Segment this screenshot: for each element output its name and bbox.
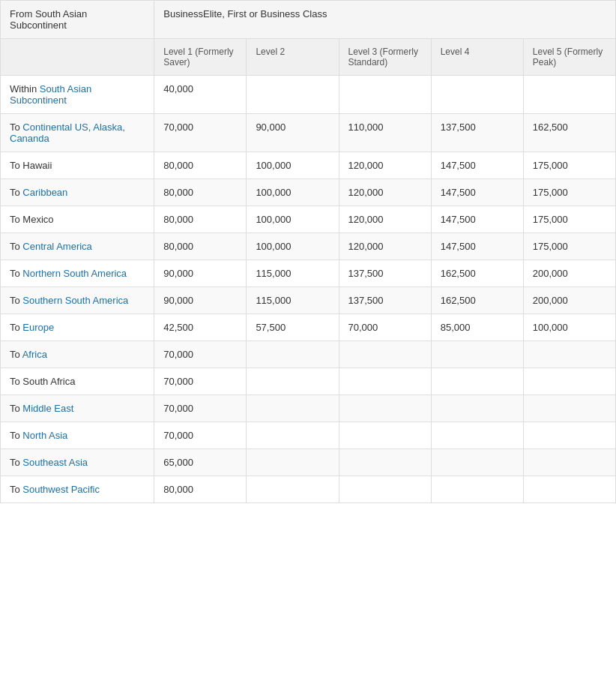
level-5-value: 175,000 bbox=[523, 233, 615, 260]
destination-cell: To Africa bbox=[1, 341, 154, 368]
destination-cell: To Northern South America bbox=[1, 260, 154, 287]
level-1-value: 70,000 bbox=[154, 341, 247, 368]
destination-link[interactable]: Europe bbox=[22, 322, 54, 333]
level-2-value: 100,000 bbox=[247, 206, 339, 233]
from-header: From South Asian Subcontinent bbox=[1, 1, 154, 39]
level-2-value: 100,000 bbox=[247, 179, 339, 206]
destination-link[interactable]: Southeast Asia bbox=[22, 457, 88, 468]
level-1-value: 80,000 bbox=[154, 206, 247, 233]
destination-link[interactable]: Africa bbox=[22, 349, 47, 360]
level-5-value: 162,500 bbox=[523, 114, 615, 152]
table-row: To Southeast Asia65,000 bbox=[1, 449, 616, 476]
level-5-value bbox=[523, 368, 615, 395]
level-3-value bbox=[339, 76, 431, 114]
level-4-value: 147,500 bbox=[431, 152, 523, 179]
level-4-value: 162,500 bbox=[431, 287, 523, 314]
level-2-value: 115,000 bbox=[247, 260, 339, 287]
level-2-value bbox=[247, 449, 339, 476]
level-4-value bbox=[431, 395, 523, 422]
level-4-header: Level 4 bbox=[431, 39, 523, 76]
level-2-value bbox=[247, 476, 339, 503]
level-1-value: 70,000 bbox=[154, 368, 247, 395]
level-5-value bbox=[523, 449, 615, 476]
table-row: To Northern South America90,000115,00013… bbox=[1, 260, 616, 287]
level-2-header: Level 2 bbox=[247, 39, 339, 76]
main-header-row: From South Asian Subcontinent BusinessEl… bbox=[1, 1, 616, 39]
level-1-value: 42,500 bbox=[154, 314, 247, 341]
destination-cell: To South Africa bbox=[1, 368, 154, 395]
destination-cell: Within South Asian Subcontinent bbox=[1, 76, 154, 114]
level-1-value: 80,000 bbox=[154, 476, 247, 503]
level-5-value bbox=[523, 76, 615, 114]
destination-cell: To Europe bbox=[1, 314, 154, 341]
table-row: To Continental US, Alaska, Cananda70,000… bbox=[1, 114, 616, 152]
level-3-value: 120,000 bbox=[339, 179, 431, 206]
table-body: Within South Asian Subcontinent40,000To … bbox=[1, 76, 616, 503]
level-3-value bbox=[339, 476, 431, 503]
table-row: To Southwest Pacific80,000 bbox=[1, 476, 616, 503]
table-row: To Hawaii80,000100,000120,000147,500175,… bbox=[1, 152, 616, 179]
class-header: BusinessElite, First or Business Class bbox=[154, 1, 616, 39]
level-5-value bbox=[523, 422, 615, 449]
table-row: To Southern South America90,000115,00013… bbox=[1, 287, 616, 314]
destination-link[interactable]: South Asian Subcontinent bbox=[10, 83, 91, 106]
level-3-value: 120,000 bbox=[339, 152, 431, 179]
level-2-value: 115,000 bbox=[247, 287, 339, 314]
level-4-value bbox=[431, 449, 523, 476]
table-row: To Mexico80,000100,000120,000147,500175,… bbox=[1, 206, 616, 233]
level-1-value: 65,000 bbox=[154, 449, 247, 476]
level-5-value bbox=[523, 341, 615, 368]
level-1-value: 90,000 bbox=[154, 260, 247, 287]
level-2-value bbox=[247, 368, 339, 395]
level-3-value bbox=[339, 395, 431, 422]
table-row: To North Asia70,000 bbox=[1, 422, 616, 449]
destination-link[interactable]: North Asia bbox=[22, 430, 67, 441]
table-row: To Central America80,000100,000120,00014… bbox=[1, 233, 616, 260]
level-3-value bbox=[339, 341, 431, 368]
destination-link[interactable]: Southwest Pacific bbox=[22, 484, 100, 495]
level-5-header: Level 5 (Formerly Peak) bbox=[523, 39, 615, 76]
level-5-value: 200,000 bbox=[523, 260, 615, 287]
level-2-value bbox=[247, 341, 339, 368]
level-4-value bbox=[431, 368, 523, 395]
table-row: To Africa70,000 bbox=[1, 341, 616, 368]
destination-link[interactable]: Southern South America bbox=[22, 295, 128, 306]
level-1-value: 90,000 bbox=[154, 287, 247, 314]
level-5-value: 175,000 bbox=[523, 206, 615, 233]
level-2-value bbox=[247, 422, 339, 449]
level-2-value: 57,500 bbox=[247, 314, 339, 341]
table-row: To Caribbean80,000100,000120,000147,5001… bbox=[1, 179, 616, 206]
level-3-value bbox=[339, 422, 431, 449]
destination-link[interactable]: Caribbean bbox=[22, 187, 67, 198]
destination-cell: To Hawaii bbox=[1, 152, 154, 179]
destination-cell: To Southern South America bbox=[1, 287, 154, 314]
level-2-value: 90,000 bbox=[247, 114, 339, 152]
level-4-value bbox=[431, 422, 523, 449]
destination-link[interactable]: Central America bbox=[22, 241, 91, 252]
level-5-value: 175,000 bbox=[523, 179, 615, 206]
level-3-value: 137,500 bbox=[339, 287, 431, 314]
destination-link[interactable]: Continental US, Alaska, Cananda bbox=[10, 122, 125, 144]
level-5-value bbox=[523, 476, 615, 503]
award-chart-table: From South Asian Subcontinent BusinessEl… bbox=[0, 0, 616, 503]
destination-cell: To Central America bbox=[1, 233, 154, 260]
level-3-value: 120,000 bbox=[339, 206, 431, 233]
level-3-value bbox=[339, 449, 431, 476]
level-4-value bbox=[431, 476, 523, 503]
level-5-value: 100,000 bbox=[523, 314, 615, 341]
destination-link[interactable]: Middle East bbox=[22, 403, 73, 414]
destination-link[interactable]: Northern South America bbox=[22, 268, 127, 279]
level-1-value: 70,000 bbox=[154, 422, 247, 449]
table-row: To Middle East70,000 bbox=[1, 395, 616, 422]
level-1-value: 80,000 bbox=[154, 233, 247, 260]
level-3-value: 110,000 bbox=[339, 114, 431, 152]
level-4-value: 147,500 bbox=[431, 206, 523, 233]
level-1-value: 80,000 bbox=[154, 152, 247, 179]
level-4-value: 162,500 bbox=[431, 260, 523, 287]
level-2-value: 100,000 bbox=[247, 233, 339, 260]
level-5-value: 200,000 bbox=[523, 287, 615, 314]
destination-cell: To Caribbean bbox=[1, 179, 154, 206]
level-1-value: 70,000 bbox=[154, 395, 247, 422]
table-row: Within South Asian Subcontinent40,000 bbox=[1, 76, 616, 114]
level-1-value: 70,000 bbox=[154, 114, 247, 152]
